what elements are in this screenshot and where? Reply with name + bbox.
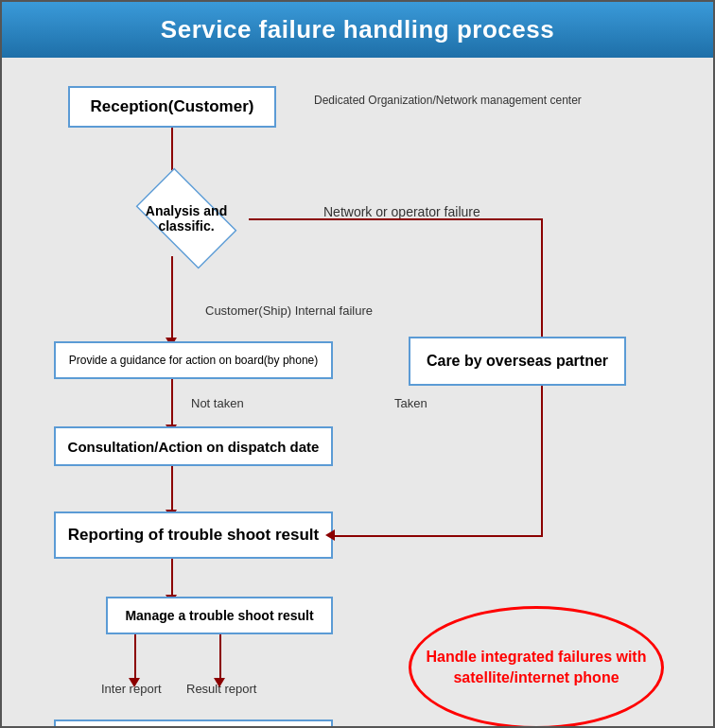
arrowhead-reporting-left (325, 529, 335, 541)
consultation-label: Consultation/Action on dispatch date (68, 439, 320, 455)
arrow-diamond-right (249, 218, 542, 220)
consultation-box: Consultation/Action on dispatch date (54, 426, 333, 466)
overseas-box: Care by overseas partner (409, 337, 626, 386)
page-title: Service failure handling process (2, 2, 713, 58)
network-failure-label: Network or operator failure (323, 204, 480, 219)
reception-box: Reception(Customer) (68, 86, 276, 128)
arrowhead-left-branch (129, 678, 140, 687)
diagram-content: Reception(Customer) Dedicated Organizati… (2, 58, 713, 726)
main-container: Service failure handling process Recepti… (0, 0, 715, 728)
arrow-manage-left (134, 634, 136, 682)
arrowhead-right-branch (214, 678, 225, 687)
oval-container: Handle integrated failures with satellit… (409, 606, 664, 726)
arrow-overseas-vertical (541, 386, 543, 537)
arrow-manage-right (219, 634, 221, 682)
guidance-box: Provide a guidance for action on board(b… (54, 341, 333, 379)
arrow-diamond-to-guidance (171, 256, 173, 341)
reporting-box: Reporting of trouble shoot result (54, 511, 333, 559)
diamond-text: Analysis and classific. (125, 181, 248, 256)
arrow-guidance-to-consultation (171, 379, 173, 428)
manage-box: Manage a trouble shoot result (106, 597, 333, 634)
customer-rep-box: Customer Representative (54, 719, 333, 726)
oval-text: Handle integrated failures with satellit… (421, 647, 652, 689)
arrow-reporting-to-manage (171, 559, 173, 598)
arrow-consultation-to-reporting (171, 466, 173, 513)
reception-label: Reception(Customer) (91, 97, 254, 116)
dedicated-label: Dedicated Organization/Network managemen… (314, 94, 582, 107)
manage-label: Manage a trouble shoot result (125, 608, 313, 623)
diamond-container: Analysis and classific. (125, 181, 248, 256)
arrow-overseas-horizontal (333, 535, 542, 537)
ship-failure-label: Customer(Ship) Internal failure (205, 303, 373, 318)
reporting-label: Reporting of trouble shoot result (68, 526, 319, 545)
not-taken-label: Not taken (191, 396, 244, 410)
taken-label: Taken (394, 396, 427, 410)
overseas-label: Care by overseas partner (427, 353, 608, 370)
guidance-label: Provide a guidance for action on board(b… (69, 354, 319, 367)
